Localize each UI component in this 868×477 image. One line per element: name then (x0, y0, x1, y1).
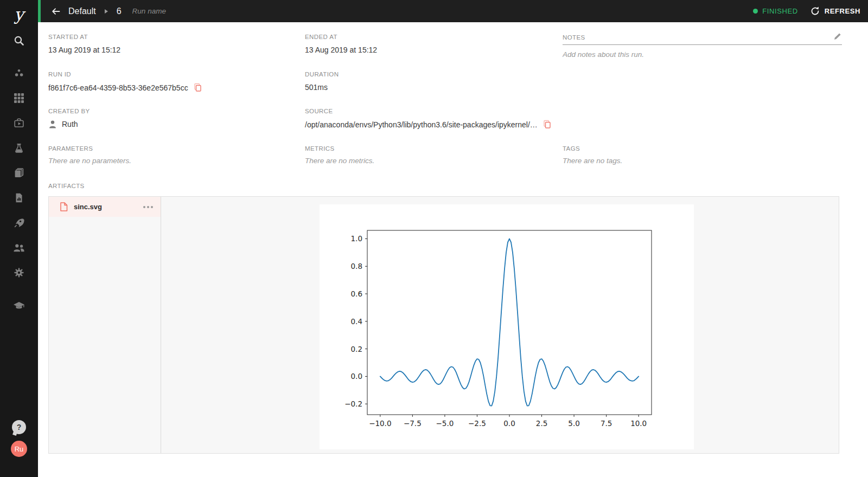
breadcrumb-project[interactable]: Default (68, 7, 96, 16)
run-detail-page: STARTED AT 13 Aug 2019 at 15:12 ENDED AT… (38, 22, 868, 477)
copy-source-button[interactable] (542, 120, 552, 129)
svg-text:−2.5: −2.5 (468, 419, 486, 428)
artifact-row-sinc-svg[interactable]: sinc.svg (49, 197, 161, 217)
breadcrumb-caret-icon (105, 9, 108, 14)
stacked-sheets-icon (14, 167, 24, 178)
sidebar-item-datasets[interactable] (0, 165, 38, 181)
field-run-id: RUN ID f861f7c6-ea64-4359-8b53-36e2e567b… (48, 71, 202, 92)
tags-label: TAGS (563, 145, 622, 152)
field-duration: DURATION 501ms (305, 71, 339, 92)
artifacts-label: ARTIFACTS (48, 183, 85, 189)
toolbox-play-icon (14, 118, 24, 128)
field-ended-at: ENDED AT 13 Aug 2019 at 15:12 (305, 34, 377, 54)
left-rail: y (0, 0, 38, 477)
copy-icon (193, 83, 202, 92)
ended-at-label: ENDED AT (305, 34, 377, 40)
sidebar-item-experiments[interactable] (0, 140, 38, 156)
svg-text:7.5: 7.5 (601, 419, 612, 428)
created-by-value: Ruth (62, 120, 78, 128)
sidebar-item-search[interactable] (0, 33, 38, 49)
svg-text:0.0: 0.0 (351, 372, 362, 381)
svg-text:2.5: 2.5 (536, 419, 547, 428)
svg-text:1.0: 1.0 (351, 234, 362, 243)
sidebar-item-deployments[interactable] (0, 215, 38, 231)
tags-empty-text: There are no tags. (563, 157, 622, 165)
field-parameters: PARAMETERS There are no parameters. (48, 145, 131, 165)
sidebar-item-reports[interactable] (0, 190, 38, 206)
artifact-file-list: sinc.svg (49, 197, 161, 453)
app-logo[interactable]: y (0, 4, 38, 24)
svg-text:0.4: 0.4 (351, 317, 362, 326)
notes-label: NOTES (563, 34, 585, 41)
search-icon (13, 35, 25, 47)
cluster-icon (14, 68, 24, 79)
svg-text:−5.0: −5.0 (436, 419, 454, 428)
duration-value: 501ms (305, 83, 328, 92)
duration-label: DURATION (305, 71, 339, 78)
svg-text:0.8: 0.8 (351, 262, 362, 270)
svg-text:10.0: 10.0 (630, 419, 647, 428)
svg-text:−7.5: −7.5 (404, 419, 422, 428)
breadcrumb-run-number[interactable]: 6 (117, 7, 122, 16)
started-at-value: 13 Aug 2019 at 15:12 (48, 46, 120, 54)
field-started-at: STARTED AT 13 Aug 2019 at 15:12 (48, 34, 120, 54)
sidebar-item-grid[interactable] (0, 90, 38, 106)
run-name-input[interactable] (132, 7, 754, 15)
sidebar-item-team[interactable] (0, 240, 38, 256)
copy-icon (542, 120, 552, 129)
field-tags: TAGS There are no tags. (563, 145, 622, 165)
metrics-empty-text: There are no metrics. (305, 157, 374, 165)
svg-text:0.2: 0.2 (351, 345, 362, 353)
person-icon (48, 120, 57, 128)
rocket-icon (14, 217, 24, 228)
run-id-value: f861f7c6-ea64-4359-8b53-36e2e567b5cc (48, 83, 188, 92)
artifact-file-name: sinc.svg (74, 203, 142, 211)
edit-pencil-icon[interactable] (833, 32, 842, 41)
svg-text:0.6: 0.6 (351, 289, 362, 298)
sidebar-item-settings[interactable] (0, 265, 38, 281)
field-created-by: CREATED BY Ruth (48, 108, 90, 128)
sidebar-item-academy[interactable] (0, 298, 38, 314)
svg-text:0.0: 0.0 (503, 419, 515, 428)
notes-input[interactable] (563, 50, 842, 59)
status-label: FINISHED (762, 7, 797, 15)
svg-text:−10.0: −10.0 (369, 419, 391, 428)
help-label: ? (17, 423, 22, 431)
accent-strip (38, 0, 41, 22)
users-icon (13, 242, 25, 253)
avatar-initials: Ru (15, 445, 24, 453)
run-id-label: RUN ID (48, 71, 202, 78)
artifacts-panel: sinc.svg −10.0−7.5−5.0−2.50.02.55.07.510… (48, 196, 839, 454)
graduation-cap-icon (13, 300, 25, 311)
copy-run-id-button[interactable] (193, 83, 202, 92)
refresh-button[interactable]: REFRESH (810, 6, 860, 16)
sinc-plot: −10.0−7.5−5.0−2.50.02.55.07.510.0−0.20.0… (320, 204, 694, 449)
created-by-label: CREATED BY (48, 108, 90, 114)
refresh-label: REFRESH (825, 7, 860, 15)
field-source: SOURCE /opt/anaconda/envs/Python3/lib/py… (305, 108, 552, 129)
source-value: /opt/anaconda/envs/Python3/lib/python3.6… (305, 120, 538, 129)
parameters-label: PARAMETERS (48, 145, 131, 152)
user-avatar[interactable]: Ru (11, 441, 27, 457)
sidebar-item-cluster[interactable] (0, 65, 38, 81)
help-button[interactable]: ? (12, 420, 26, 434)
sidebar-item-jobs[interactable] (0, 115, 38, 131)
artifact-preview-pane: −10.0−7.5−5.0−2.50.02.55.07.510.0−0.20.0… (162, 197, 839, 453)
field-metrics: METRICS There are no metrics. (305, 145, 374, 165)
source-label: SOURCE (305, 108, 552, 114)
status-dot-icon (753, 9, 758, 14)
parameters-empty-text: There are no parameters. (48, 157, 131, 165)
artifact-menu-button[interactable] (142, 204, 154, 210)
svg-text:5.0: 5.0 (568, 419, 579, 428)
svg-text:−0.2: −0.2 (344, 399, 362, 408)
back-button[interactable] (49, 4, 63, 18)
file-icon (60, 202, 68, 211)
gear-icon (14, 267, 24, 278)
flask-icon (14, 143, 24, 153)
back-arrow-icon (50, 6, 61, 17)
metrics-label: METRICS (305, 145, 374, 152)
field-notes: NOTES (563, 32, 842, 59)
ended-at-value: 13 Aug 2019 at 15:12 (305, 46, 377, 54)
grid-icon (14, 93, 24, 104)
run-status: FINISHED (753, 7, 797, 15)
